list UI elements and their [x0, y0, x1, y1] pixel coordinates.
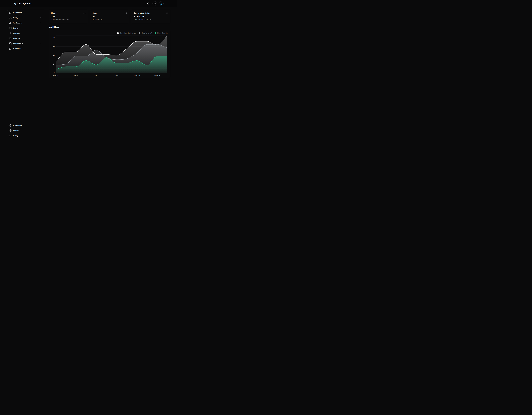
- sidebar-item-label: Analityka: [13, 37, 20, 39]
- legend-label: Klienci Wydarzeń: [141, 32, 152, 34]
- app-logo: Syspec Systems: [14, 2, 32, 5]
- sidebar-item-karnety[interactable]: Karnety: [8, 26, 44, 31]
- chevron-down-icon: [40, 22, 42, 24]
- stat-value: 173: [51, 15, 85, 18]
- sidebar-item-komunikacja[interactable]: Komunikacja: [8, 41, 44, 46]
- avatar-icon: [160, 2, 163, 5]
- chevron-down-icon: [40, 17, 42, 19]
- x-axis-tick: Lipiec: [115, 74, 118, 76]
- sidebar-item-wydarzenia[interactable]: Wydarzenia: [8, 20, 44, 26]
- legend-dot: [155, 32, 156, 34]
- stat-card-grupy: Grupy 35 łączna ilość grup: [90, 9, 129, 23]
- legend-item-grup-zamknietych[interactable]: Klienci Grup Zamkniętych: [117, 32, 136, 34]
- sidebar-item-label: Personel: [13, 32, 20, 34]
- x-axis-tick: Marzec: [74, 74, 78, 76]
- bell-icon: [147, 2, 149, 5]
- stat-subtitle: 100% mniej niż miesiąc temu: [134, 19, 168, 20]
- y-axis-tick: 80: [53, 37, 55, 39]
- sun-icon: [153, 2, 156, 5]
- legend-label: Klienci Karnetów: [157, 32, 168, 34]
- x-axis-tick: Styczeń: [53, 74, 58, 76]
- legend-item-wydarzen[interactable]: Klienci Wydarzeń: [138, 32, 152, 34]
- users-icon: [84, 12, 86, 14]
- banknote-icon: [166, 12, 168, 14]
- user-icon: [9, 32, 12, 34]
- legend-label: Klienci Grup Zamkniętych: [120, 32, 136, 34]
- sidebar-item-dashboard[interactable]: Dashboard: [8, 10, 44, 15]
- legend-dot: [117, 32, 119, 34]
- stat-card-dochod: Dochód w tym miesiącu 17 602 zł 100% mni…: [131, 9, 171, 23]
- sidebar-item-label: Karnety: [13, 27, 19, 29]
- x-axis-tick: Maj: [95, 74, 97, 76]
- sidebar-item-kalendarz[interactable]: Kalendarz: [8, 46, 44, 51]
- pie-chart-icon: [9, 37, 12, 39]
- users-icon: [125, 12, 127, 14]
- header: Syspec Systems: [0, 0, 177, 7]
- stat-title: Klienci: [51, 12, 85, 14]
- sidebar-item-label: Ustawienia: [13, 124, 22, 126]
- x-axis-tick: Listopad: [154, 74, 160, 76]
- help-icon: [9, 129, 12, 132]
- legend-dot: [138, 32, 140, 34]
- ticket-icon: [9, 27, 12, 29]
- user-avatar-button[interactable]: [159, 1, 163, 6]
- new-clients-area-chart: 020406080StyczeńMarzecMajLipiecWrzesieńL…: [51, 35, 168, 76]
- chevron-down-icon: [40, 43, 42, 44]
- legend-item-karnetow[interactable]: Klienci Karnetów: [155, 32, 168, 34]
- stat-subtitle: łączna ilość grup: [93, 19, 127, 20]
- sidebar-item-personel[interactable]: Personel: [8, 31, 44, 36]
- sidebar-item-label: Komunikacja: [13, 42, 23, 44]
- main-content: Klienci 173 100% mniej niż miesiąc temu …: [49, 9, 171, 78]
- sidebar-item-label: Dashboard: [13, 12, 22, 14]
- sparkles-icon: [9, 22, 12, 24]
- stat-card-klienci: Klienci 173 100% mniej niż miesiąc temu: [49, 9, 88, 23]
- header-actions: [146, 1, 163, 6]
- stats-row: Klienci 173 100% mniej niż miesiąc temu …: [49, 9, 171, 23]
- calendar-icon: [9, 47, 12, 50]
- stat-title: Grupy: [93, 12, 127, 14]
- stat-value: 17 602 zł: [134, 15, 168, 18]
- chevron-down-icon: [40, 27, 42, 29]
- theme-toggle-button[interactable]: [152, 1, 157, 6]
- chevron-down-icon: [40, 32, 42, 34]
- y-axis-tick: 40: [53, 55, 55, 56]
- sidebar-spacer: [7, 51, 45, 123]
- home-icon: [9, 11, 12, 14]
- sidebar-item-label: Kalendarz: [13, 47, 21, 49]
- sidebar-item-ustawienia[interactable]: Ustawienia: [8, 123, 44, 128]
- logout-icon: [9, 134, 12, 137]
- stat-value: 35: [93, 15, 127, 18]
- settings-icon: [9, 124, 12, 127]
- stat-subtitle: 100% mniej niż miesiąc temu: [51, 19, 85, 20]
- sidebar: Dashboard Grupy Wydarzenia Karnety Perso…: [7, 9, 45, 138]
- sidebar-item-label: Wyloguj: [13, 135, 19, 137]
- x-axis-tick: Wrzesień: [134, 74, 140, 76]
- stat-title: Dochód w tym miesiącu: [134, 12, 168, 14]
- messages-icon: [9, 42, 12, 45]
- sidebar-item-analityka[interactable]: Analityka: [8, 36, 44, 41]
- sidebar-item-wyloguj[interactable]: Wyloguj: [8, 133, 44, 138]
- y-axis-tick: 0: [54, 72, 55, 74]
- chart-card: Klienci Grup Zamkniętych Klienci Wydarze…: [49, 30, 171, 78]
- users-icon: [9, 17, 12, 19]
- chart-legend: Klienci Grup Zamkniętych Klienci Wydarze…: [51, 32, 168, 34]
- chevron-down-icon: [40, 37, 42, 39]
- notifications-button[interactable]: [146, 1, 150, 6]
- sidebar-item-pomoc[interactable]: Pomoc: [8, 128, 44, 133]
- y-axis-tick: 60: [53, 46, 55, 47]
- sidebar-item-label: Pomoc: [13, 129, 19, 131]
- sidebar-item-grupy[interactable]: Grupy: [8, 15, 44, 20]
- sidebar-item-label: Grupy: [13, 17, 18, 19]
- sidebar-item-label: Wydarzenia: [13, 22, 22, 24]
- y-axis-tick: 20: [53, 63, 55, 65]
- section-title: Nowi Klienci: [49, 26, 171, 28]
